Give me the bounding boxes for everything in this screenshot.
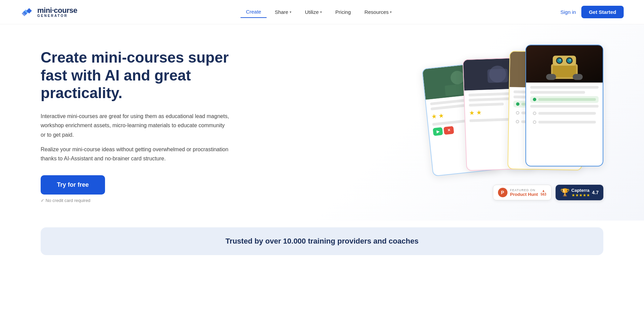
card-radio-green-main bbox=[530, 96, 599, 103]
nav-actions: Sign in Get Started bbox=[560, 6, 624, 18]
radio-line bbox=[538, 112, 596, 115]
sign-in-link[interactable]: Sign in bbox=[560, 9, 576, 15]
capterra-icon: 🏆 bbox=[560, 188, 569, 197]
course-card-stack: ★ ★ ▶ ✕ bbox=[427, 45, 603, 207]
svg-point-16 bbox=[557, 58, 562, 63]
card-line bbox=[530, 91, 585, 94]
capterra-text: Capterra ★★★★★ bbox=[572, 188, 590, 198]
social-proof-badges: P FEATURED ON Product Hunt ▲ 563 🏆 Capte… bbox=[493, 185, 603, 200]
radio-dot-green bbox=[516, 102, 519, 106]
card-radio-gray-main-2 bbox=[530, 119, 599, 126]
card-line bbox=[469, 103, 504, 107]
card-line bbox=[530, 86, 599, 89]
nav-utilize[interactable]: Utilize ▾ bbox=[299, 6, 327, 18]
card-body-4 bbox=[526, 83, 603, 166]
hero-cards: ★ ★ ▶ ✕ bbox=[427, 45, 603, 207]
radio-line bbox=[538, 98, 596, 101]
nav-links: Create Share ▾ Utilize ▾ Pricing Resourc… bbox=[241, 6, 397, 18]
svg-rect-20 bbox=[546, 74, 556, 80]
nav-pricing[interactable]: Pricing bbox=[330, 6, 356, 18]
svg-point-17 bbox=[567, 58, 572, 63]
radio-dot-gray bbox=[533, 120, 536, 124]
trusted-text: Trusted by over 10.000 training provider… bbox=[50, 237, 594, 246]
radio-dot-gray bbox=[516, 111, 519, 114]
radio-dot-green bbox=[533, 98, 536, 101]
try-for-free-button[interactable]: Try for free bbox=[41, 175, 105, 195]
hero-section: Create mini-courses super fast with AI a… bbox=[0, 24, 644, 221]
get-started-button[interactable]: Get Started bbox=[581, 6, 624, 18]
svg-rect-5 bbox=[487, 69, 508, 83]
ph-arrow-icon: ▲ bbox=[542, 189, 545, 193]
ph-vote-count: 563 bbox=[541, 193, 546, 196]
ph-votes: ▲ 563 bbox=[541, 189, 546, 196]
capterra-stars: ★★★★★ bbox=[572, 193, 590, 198]
radio-dot-gray bbox=[516, 120, 519, 123]
ph-name: Product Hunt bbox=[510, 192, 538, 197]
radio-line bbox=[538, 121, 596, 123]
product-hunt-icon: P bbox=[498, 188, 507, 197]
card-radio-gray-main-1 bbox=[530, 110, 599, 117]
logo-sub: GENERATOR bbox=[37, 14, 77, 18]
logo[interactable]: mini·course GENERATOR bbox=[20, 7, 77, 18]
hero-desc2: Realize your mini-course ideas without g… bbox=[41, 145, 230, 163]
card-line bbox=[432, 119, 467, 126]
product-hunt-text: FEATURED ON Product Hunt bbox=[510, 188, 538, 197]
capterra-rating: 4.7 bbox=[592, 190, 599, 195]
nav-create[interactable]: Create bbox=[241, 6, 267, 18]
card-image-robot bbox=[526, 45, 603, 83]
hero-desc1: Interactive mini-courses are great for u… bbox=[41, 112, 230, 139]
svg-point-19 bbox=[569, 59, 571, 61]
capterra-name: Capterra bbox=[572, 188, 590, 193]
card-line bbox=[530, 105, 599, 108]
trusted-bar: Trusted by over 10.000 training provider… bbox=[41, 227, 603, 255]
chevron-down-icon: ▾ bbox=[290, 10, 291, 14]
capterra-badge: 🏆 Capterra ★★★★★ 4.7 bbox=[556, 185, 603, 200]
hero-left: Create mini-courses super fast with AI a… bbox=[41, 49, 230, 203]
svg-point-18 bbox=[559, 59, 561, 61]
svg-rect-12 bbox=[553, 66, 576, 77]
chevron-down-icon: ▾ bbox=[390, 10, 392, 14]
card-green-button[interactable]: ▶ bbox=[433, 127, 443, 136]
nav-share[interactable]: Share ▾ bbox=[269, 6, 297, 18]
chevron-down-icon: ▾ bbox=[320, 10, 322, 14]
nav-resources[interactable]: Resources ▾ bbox=[359, 6, 397, 18]
product-hunt-badge: P FEATURED ON Product Hunt ▲ 563 bbox=[493, 185, 552, 200]
no-credit-card-note: ✓ No credit card required bbox=[41, 198, 230, 203]
svg-rect-21 bbox=[573, 74, 583, 80]
course-card-4 bbox=[525, 45, 603, 166]
ph-featured-label: FEATURED ON bbox=[510, 188, 538, 192]
card-red-button[interactable]: ✕ bbox=[444, 126, 454, 135]
radio-dot-gray bbox=[533, 112, 536, 115]
navbar: mini·course GENERATOR Create Share ▾ Uti… bbox=[0, 0, 644, 24]
logo-name: mini·course bbox=[37, 7, 77, 14]
hero-title: Create mini-courses super fast with AI a… bbox=[41, 49, 230, 102]
